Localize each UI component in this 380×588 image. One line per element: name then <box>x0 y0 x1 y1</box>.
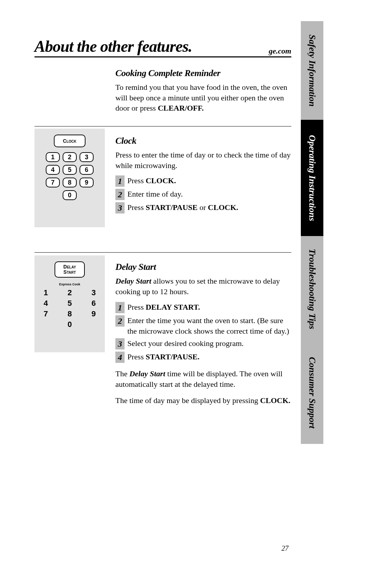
kw: Delay Start <box>115 277 151 285</box>
digit-2: 2 <box>63 152 77 162</box>
digit-6: 6 <box>85 299 102 308</box>
delay-heading: Delay Start <box>115 262 291 272</box>
keypad-clock-illustration: Clock 1 2 3 4 5 6 7 8 9 0 <box>34 129 105 227</box>
delay-label-b: Start <box>63 269 76 275</box>
clock-kw: CLOCK. <box>146 176 176 185</box>
delay-start-button: Delay Start <box>55 261 85 278</box>
digit-6: 6 <box>80 165 94 175</box>
express-cook-label: Express Cook <box>38 283 101 286</box>
tab-troubleshooting[interactable]: Troubleshooting Tips <box>301 236 323 342</box>
page-number: 27 <box>281 544 289 552</box>
digit-1: 1 <box>46 152 60 162</box>
clock-step-1: 1 Press CLOCK. <box>115 175 291 187</box>
kw: CLOCK. <box>208 203 238 212</box>
step-text: Select your desired cooking program. <box>127 338 291 349</box>
side-tabs: Safety Information Operating Instruction… <box>301 21 323 444</box>
reminder-heading: Cooking Complete Reminder <box>115 68 291 79</box>
clock-step-3: 3 Press START/PAUSE or CLOCK. <box>115 202 291 213</box>
step-number: 1 <box>115 175 125 187</box>
digit-1: 1 <box>37 288 55 297</box>
delay-step-2: 2 Enter the time you want the oven to st… <box>115 315 291 336</box>
digit-5: 5 <box>63 165 77 175</box>
step-number: 2 <box>115 315 125 327</box>
step-number: 3 <box>115 338 125 349</box>
t: The <box>115 369 129 378</box>
kw: Delay Start <box>129 369 165 378</box>
digits-grid: 1 2 3 4 5 6 7 8 9 0 <box>38 152 101 200</box>
kw: CLOCK. <box>260 396 290 405</box>
step-number: 4 <box>115 352 125 363</box>
step-text: Enter time of day. <box>127 189 291 199</box>
t: or <box>198 203 208 212</box>
divider <box>34 126 291 126</box>
clock-button: Clock <box>54 135 86 147</box>
divider <box>34 252 291 253</box>
delay-step-4: 4 Press START/PAUSE. <box>115 352 291 363</box>
t: Press <box>127 203 146 212</box>
reminder-body: To remind you that you have food in the … <box>115 82 291 113</box>
clock-heading: Clock <box>115 136 291 146</box>
step-text: Press START/PAUSE or CLOCK. <box>127 202 291 213</box>
digit-4: 4 <box>37 299 55 308</box>
digit-5: 5 <box>61 299 78 308</box>
clock-intro: Press to enter the time of day or to che… <box>115 150 291 171</box>
digit-0: 0 <box>61 320 78 329</box>
digit-2: 2 <box>61 288 78 297</box>
keypad-delay-illustration: Delay Start Express Cook 1 2 3 4 5 6 7 8… <box>34 255 105 352</box>
tab-operating[interactable]: Operating Instructions <box>301 120 323 236</box>
page-content: About the other features. ge.com Cooking… <box>34 37 291 406</box>
clock-step-2: 2 Enter time of day. <box>115 189 291 200</box>
delay-step-1: 1 Press DELAY START. <box>115 302 291 313</box>
step-number: 2 <box>115 189 125 200</box>
step-text: Press DELAY START. <box>127 302 291 312</box>
t: The time of day may be displayed by pres… <box>115 396 260 405</box>
kw: START/PAUSE. <box>146 352 200 361</box>
digit-9: 9 <box>85 309 102 318</box>
delay-label-a: Delay <box>63 264 76 270</box>
step-text: Press START/PAUSE. <box>127 352 291 362</box>
digit-3: 3 <box>85 288 102 297</box>
section-clock: Clock Press to enter the time of day or … <box>115 136 291 213</box>
delay-intro: Delay Start allows you to set the microw… <box>115 276 291 297</box>
step-number: 3 <box>115 202 125 213</box>
section-reminder: Cooking Complete Reminder To remind you … <box>115 68 291 113</box>
page-title: About the other features. <box>34 37 192 56</box>
step-number: 1 <box>115 302 125 313</box>
section-delay: Delay Start Delay Start allows you to se… <box>115 262 291 406</box>
t: Press <box>127 303 146 311</box>
digit-8: 8 <box>61 309 78 318</box>
clear-off-label: CLEAR/OFF. <box>158 104 204 112</box>
kw: DELAY START. <box>146 303 200 311</box>
step-text: Enter the time you want the oven to star… <box>127 315 291 336</box>
delay-footer-2: The time of day may be displayed by pres… <box>115 395 291 406</box>
digit-7: 7 <box>46 178 60 187</box>
digit-3: 3 <box>80 152 94 162</box>
site-link: ge.com <box>269 47 291 56</box>
tab-safety[interactable]: Safety Information <box>301 21 323 120</box>
kw: START/PAUSE <box>146 203 198 212</box>
digit-4: 4 <box>46 165 60 175</box>
plain-digits-grid: 1 2 3 4 5 6 7 8 9 0 <box>38 288 101 329</box>
delay-footer-1: The Delay Start time will be displayed. … <box>115 369 291 389</box>
t: Press <box>127 352 146 361</box>
digit-0: 0 <box>63 190 77 200</box>
tab-consumer[interactable]: Consumer Support <box>301 342 323 444</box>
clock-button-label: Clock <box>63 138 76 143</box>
delay-step-3: 3 Select your desired cooking program. <box>115 338 291 349</box>
digit-8: 8 <box>63 178 77 187</box>
t: Press <box>127 176 146 185</box>
title-bar: About the other features. ge.com <box>34 37 291 57</box>
digit-7: 7 <box>37 309 55 318</box>
step-text: Press CLOCK. <box>127 175 291 186</box>
digit-9: 9 <box>80 178 94 187</box>
